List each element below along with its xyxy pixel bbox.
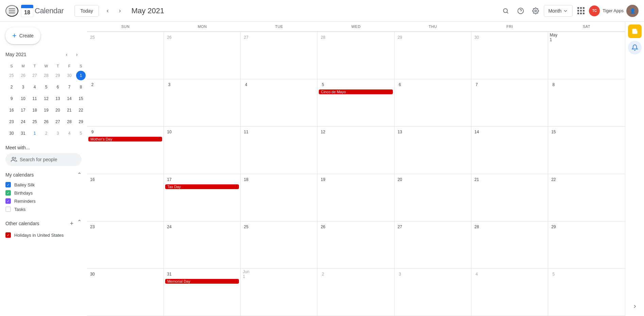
search-button[interactable] [499,4,512,18]
mini-cal-day[interactable]: 30 [64,70,75,81]
today-button[interactable]: Today [74,5,99,17]
calendar-cell[interactable]: 25 [241,221,317,269]
calendar-cell[interactable]: 21 [471,174,548,221]
calendar-cell[interactable]: 23 [87,221,164,269]
next-month-button[interactable]: › [114,5,126,17]
calendar-day-number[interactable]: 26 [319,223,327,231]
calendar-cell[interactable]: 6 [395,79,471,127]
account-area[interactable]: TC Tiger Apps 👤 [589,5,639,17]
calendar-day-number[interactable]: 9 [88,128,97,136]
calendar-cell[interactable]: 30 [471,32,548,79]
calendar-day-number[interactable]: 26 [165,33,173,41]
mini-cal-day[interactable]: 11 [29,93,40,104]
mini-cal-day[interactable]: 2 [6,82,17,93]
prev-month-button[interactable]: ‹ [102,5,114,17]
mini-cal-day[interactable]: 23 [6,116,17,127]
calendar-cell[interactable]: 9Mother's Day [87,127,164,174]
calendar-day-number[interactable]: 6 [396,81,404,89]
calendar-cell[interactable]: 12 [317,127,394,174]
calendar-day-number[interactable]: 25 [242,223,250,231]
calendar-cell[interactable]: 30 [87,269,164,316]
calendar-day-number[interactable]: 15 [550,128,558,136]
calendar-cell[interactable]: 24 [164,221,241,269]
mini-cal-day[interactable]: 14 [64,93,75,104]
mini-cal-day[interactable]: 3 [18,82,29,93]
calendar-day-number[interactable]: 24 [165,223,173,231]
mini-cal-day[interactable]: 20 [52,105,63,116]
calendar-cell[interactable]: 11 [241,127,317,174]
my-calendars-header[interactable]: My calendars ⌃ [5,171,82,178]
mini-cal-day[interactable]: 7 [64,82,75,93]
calendar-cell[interactable]: 8 [548,79,625,127]
calendar-day-number[interactable]: 13 [396,128,404,136]
calendar-cell[interactable]: 26 [317,221,394,269]
calendar-day-number[interactable]: 17 [165,176,173,184]
mini-cal-day[interactable]: 2 [41,128,52,139]
other-calendars-title-area[interactable]: Other calendars [5,221,39,226]
calendar-cell[interactable]: 14 [471,127,548,174]
mini-cal-day[interactable]: 12 [41,93,52,104]
mini-cal-day[interactable]: 27 [52,116,63,127]
mini-cal-prev[interactable]: ‹ [62,50,71,59]
calendar-day-number[interactable]: 16 [88,176,97,184]
calendar-day-number[interactable]: 18 [242,176,250,184]
my-calendar-item[interactable]: Tasks [5,205,82,213]
calendar-day-number[interactable]: 4 [242,81,250,89]
mini-cal-day[interactable]: 28 [41,70,52,81]
calendar-cell[interactable]: 29 [548,221,625,269]
calendar-cell[interactable]: 28 [317,32,394,79]
mini-cal-day[interactable]: 26 [41,116,52,127]
calendar-day-number[interactable]: 5 [550,270,558,278]
calendar-day-number[interactable]: 7 [473,81,481,89]
mini-cal-day[interactable]: 4 [29,82,40,93]
calendar-day-number[interactable]: 21 [473,176,481,184]
calendar-cell[interactable]: 22 [548,174,625,221]
calendar-checkbox[interactable] [5,206,11,212]
task-icon-button[interactable] [628,24,642,38]
calendar-day-number[interactable]: 3 [165,81,173,89]
mini-cal-day[interactable]: 10 [18,93,29,104]
mini-cal-day[interactable]: 19 [41,105,52,116]
my-calendar-item[interactable]: ✓Bailey Silk [5,181,82,189]
calendar-day-number[interactable]: 28 [473,223,481,231]
mini-cal-day[interactable]: 16 [6,105,17,116]
mini-cal-day[interactable]: 1 [29,128,40,139]
mini-cal-day[interactable]: 13 [52,93,63,104]
mini-cal-day[interactable]: 4 [64,128,75,139]
help-button[interactable] [514,4,527,18]
calendar-cell[interactable]: 27 [395,221,471,269]
calendar-day-number[interactable]: 12 [319,128,327,136]
calendar-day-number[interactable]: 28 [319,33,327,41]
google-apps-button[interactable] [574,4,588,18]
calendar-day-number[interactable]: 22 [550,176,558,184]
calendar-day-number[interactable]: 2 [88,81,97,89]
other-calendar-item[interactable]: ✓Holidays in United States [5,231,82,239]
mini-cal-day[interactable]: 27 [29,70,40,81]
mini-cal-title[interactable]: May 2021 [5,52,26,57]
calendar-cell[interactable]: 15 [548,127,625,174]
calendar-day-number[interactable]: 30 [473,33,481,41]
view-selector-button[interactable]: Month [544,5,573,17]
calendar-day-number[interactable]: 30 [88,270,97,278]
calendar-day-number[interactable]: 11 [242,128,250,136]
mini-cal-day[interactable]: 9 [6,93,17,104]
calendar-cell[interactable]: 5 [548,269,625,316]
event-chip[interactable]: Tax Day [165,184,239,189]
calendar-day-number[interactable]: 5 [319,81,327,89]
calendar-cell[interactable]: 3 [395,269,471,316]
calendar-checkbox[interactable]: ✓ [5,232,11,238]
calendar-cell[interactable]: 7 [471,79,548,127]
calendar-checkbox[interactable]: ✓ [5,190,11,196]
calendar-cell[interactable]: 4 [241,79,317,127]
calendar-cell[interactable]: 16 [87,174,164,221]
calendar-cell[interactable]: 27 [241,32,317,79]
mini-cal-day[interactable]: 15 [75,93,86,104]
mini-cal-day[interactable]: 21 [64,105,75,116]
calendar-day-number[interactable]: Jun 1 [242,270,250,278]
calendar-checkbox[interactable]: ✓ [5,198,11,204]
calendar-cell[interactable]: 29 [395,32,471,79]
settings-button[interactable] [529,4,542,18]
mini-cal-day[interactable]: 17 [18,105,29,116]
calendar-cell[interactable]: 25 [87,32,164,79]
calendar-cell[interactable]: 4 [471,269,548,316]
